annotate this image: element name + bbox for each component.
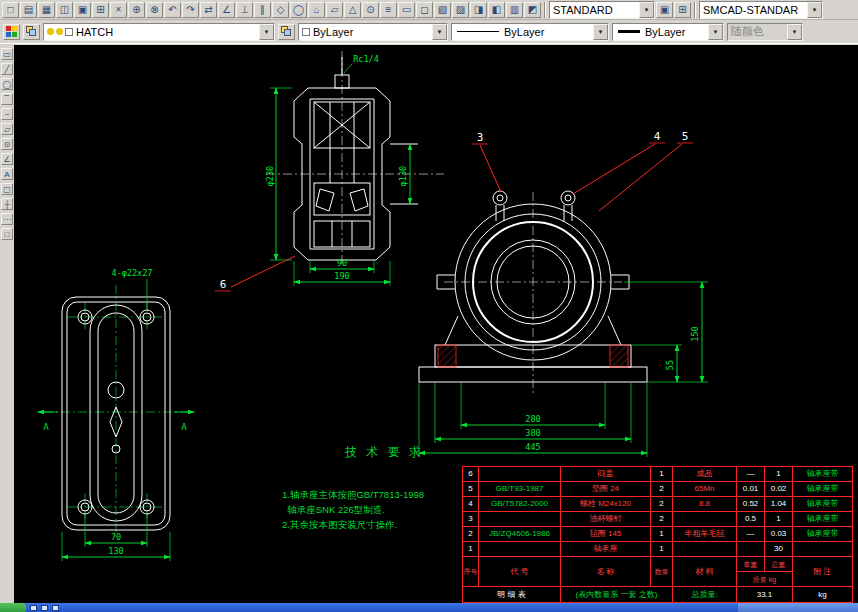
bom-material: 半粗羊毛毡 xyxy=(673,527,737,541)
toolbar-separator xyxy=(544,2,546,18)
draw-tool-button[interactable]: ~ xyxy=(1,108,13,120)
toolbar-icon-button[interactable]: ▱ xyxy=(326,2,343,18)
technical-requirements: 技 术 要 求 1.轴承座主体按照GB/T7813-1998 轴承座SNK 22… xyxy=(282,444,487,534)
bom-part-name: 闷盖 xyxy=(561,467,651,481)
draw-tool-button[interactable]: ▭ xyxy=(1,48,13,60)
toolbar-icon-button[interactable]: ↷ xyxy=(182,2,199,18)
toolbar-icon-button[interactable]: ◧ xyxy=(488,2,505,18)
toolbar-icon-button[interactable]: ⌂ xyxy=(308,2,325,18)
toolbar-icon-button[interactable]: ▣ xyxy=(74,2,91,18)
draw-tool-button[interactable]: ⊙ xyxy=(1,138,13,150)
toolbar-icon-button[interactable]: ≡ xyxy=(380,2,397,18)
bom-qty: 1 xyxy=(651,467,673,481)
draw-tool-button[interactable]: A xyxy=(1,168,13,180)
draw-tool-button[interactable]: ⋯ xyxy=(1,213,13,225)
draw-tool-button[interactable]: ▢ xyxy=(1,183,13,195)
bom-footer: 明 细 表 (表内数量系 一套 之数) 总质量: 33.1 kg xyxy=(463,587,852,602)
bom-material: 65Mn xyxy=(673,482,737,496)
toolbar-icon-button[interactable]: ⊥ xyxy=(236,2,253,18)
toolbar-icon-button[interactable]: ▣ xyxy=(656,2,673,18)
draw-tool-button[interactable]: ╱ xyxy=(1,63,13,75)
toolbar-icon-button[interactable]: ▨ xyxy=(452,2,469,18)
dim-bore-diameter: φ130 xyxy=(398,166,408,186)
toolbar-icon-button[interactable]: ◫ xyxy=(56,2,73,18)
draw-tool-button[interactable]: ∠ xyxy=(1,153,13,165)
toolbar-icon-button[interactable]: ⊙ xyxy=(362,2,379,18)
drawing-canvas[interactable]: Rc1/4 90 190 φ230 φ130 xyxy=(14,45,858,603)
linetype-sample-icon xyxy=(457,31,499,32)
tech-req-lines: 1.轴承座主体按照GB/T7813-1998 轴承座SNK 226型制造.2.其… xyxy=(282,489,487,534)
toolbar-icon-button[interactable]: ▤ xyxy=(20,2,37,18)
bom-row: 3 油杯螺钉 2 0.5 1 轴承座带 xyxy=(463,512,852,527)
layer-combobox[interactable]: HATCH ▼ xyxy=(43,23,275,41)
toolbar-icon-button[interactable]: ∥ xyxy=(254,2,271,18)
bom-unit-weight: 0.5 xyxy=(737,512,765,526)
toolbar-icon-button[interactable]: ◩ xyxy=(524,2,541,18)
chevron-down-icon[interactable]: ▼ xyxy=(639,2,654,18)
draw-tool-button[interactable]: ◯ xyxy=(1,78,13,90)
toolbar-icon-button[interactable]: ▦ xyxy=(38,2,55,18)
toolbar-icon-button[interactable]: ↶ xyxy=(164,2,181,18)
toolbar-icon-button[interactable]: × xyxy=(110,2,127,18)
bom-note xyxy=(793,542,852,556)
bom-total-weight: 1.04 xyxy=(765,497,793,511)
bom-seq: 2 xyxy=(463,527,479,541)
lineweight-sample-icon xyxy=(618,30,640,33)
dim-hole-span: 70 xyxy=(111,532,121,542)
draw-toolbar-vertical: ▭╱◯⌒~▱⊙∠A▢┼⋯□ xyxy=(0,45,14,603)
draw-tool-button[interactable]: ▱ xyxy=(1,123,13,135)
toolbar-icon-button[interactable]: ▧ xyxy=(434,2,451,18)
start-button[interactable] xyxy=(0,603,26,612)
toolbar-icon-button[interactable]: ◻ xyxy=(416,2,433,18)
chevron-down-icon[interactable]: ▼ xyxy=(259,24,274,40)
toolbar-icon-button[interactable]: □ xyxy=(2,2,19,18)
toolbar-icon-button[interactable]: ◨ xyxy=(470,2,487,18)
current-color-swatch xyxy=(302,28,310,36)
draw-tool-button[interactable]: ⌒ xyxy=(1,93,13,105)
toolbar-icon-button[interactable]: ◯ xyxy=(290,2,307,18)
toolbar-icon-button[interactable]: △ xyxy=(344,2,361,18)
bom-seq: 1 xyxy=(463,542,479,556)
bom-footer-total-label: 总质量: xyxy=(673,587,737,602)
toolbar-separator xyxy=(694,2,696,18)
tech-req-line: 1.轴承座主体按照GB/T7813-1998 xyxy=(282,489,487,504)
layer-properties-icon[interactable] xyxy=(23,24,40,40)
bom-total-weight: 1 xyxy=(765,467,793,481)
chevron-down-icon[interactable]: ▼ xyxy=(708,24,723,40)
draw-tool-button[interactable]: □ xyxy=(1,228,13,240)
plot-style-value: 随颜色 xyxy=(731,24,764,39)
toolbar-icon-button[interactable]: ⇄ xyxy=(200,2,217,18)
dim-style-combobox[interactable]: SMCAD-STANDAR ▼ xyxy=(699,1,823,19)
quicklaunch-icon[interactable] xyxy=(41,605,48,611)
linetype-combobox[interactable]: ByLayer ▼ xyxy=(451,23,609,41)
bom-material: 8.8 xyxy=(673,497,737,511)
bom-part-name: 油杯螺钉 xyxy=(561,512,651,526)
toolbar-icon-button[interactable]: ⊞ xyxy=(674,2,691,18)
quicklaunch-icon[interactable] xyxy=(30,605,37,611)
bom-qty: 1 xyxy=(651,542,673,556)
lineweight-combobox[interactable]: ByLayer ▼ xyxy=(612,23,724,41)
chevron-down-icon[interactable]: ▼ xyxy=(593,24,608,40)
bom-code xyxy=(479,512,561,526)
bom-code: JB/ZQ4606-1986 xyxy=(479,527,561,541)
toolbar-icon-button[interactable]: ⊕ xyxy=(128,2,145,18)
text-style-combobox[interactable]: STANDARD ▼ xyxy=(549,1,655,19)
properties-toolbar: HATCH ▼ ByLayer ▼ ByLayer ▼ ByLayer ▼ 随颜… xyxy=(0,20,858,44)
quicklaunch-icon[interactable] xyxy=(52,605,59,611)
toolbar-icon-button[interactable]: ⊗ xyxy=(146,2,163,18)
chevron-down-icon[interactable]: ▼ xyxy=(432,24,447,40)
bom-header-unit-weight: 单重 xyxy=(737,557,765,571)
chevron-down-icon[interactable]: ▼ xyxy=(807,2,822,18)
toolbar-icon-button[interactable]: ∠ xyxy=(218,2,235,18)
toolbar-icon-button[interactable]: ⊞ xyxy=(92,2,109,18)
toolbar-icon-button[interactable]: ◇ xyxy=(272,2,289,18)
toolbar-icon-button[interactable]: ▥ xyxy=(506,2,523,18)
color-palette-icon[interactable] xyxy=(3,24,20,40)
bom-total-weight: 0.03 xyxy=(765,527,793,541)
toolbar-icon-button[interactable]: ▭ xyxy=(398,2,415,18)
bom-qty: 2 xyxy=(651,482,673,496)
bom-total-weight: 30 xyxy=(765,542,793,556)
make-layer-current-icon[interactable] xyxy=(278,24,295,40)
color-combobox[interactable]: ByLayer ▼ xyxy=(298,23,448,41)
draw-tool-button[interactable]: ┼ xyxy=(1,198,13,210)
